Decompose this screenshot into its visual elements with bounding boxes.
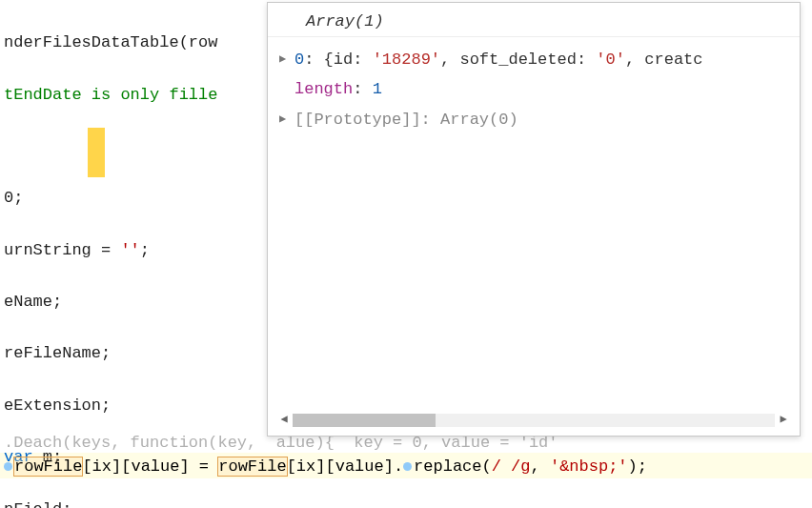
- tooltip-row[interactable]: ▶ [[Prototype]]: Array(0): [279, 105, 792, 134]
- tooltip-row[interactable]: ▶ 0: {id: '18289', soft_deleted: '0', cr…: [279, 45, 792, 74]
- tooltip-row: length: 1: [279, 74, 792, 104]
- tooltip-body: ▶ 0: {id: '18289', soft_deleted: '0', cr…: [268, 37, 800, 142]
- scroll-right-icon[interactable]: ▶: [775, 412, 792, 429]
- expand-arrow-icon[interactable]: ▶: [279, 111, 294, 129]
- debug-value-tooltip: Array(1) ▶ 0: {id: '18289', soft_deleted…: [267, 2, 801, 437]
- current-debug-line: rowFile[ix][value] = rowFile[ix][value].…: [4, 454, 647, 479]
- debug-marker-icon: [403, 462, 412, 471]
- debug-marker-icon: [4, 462, 12, 471]
- scroll-track[interactable]: [293, 414, 775, 427]
- scroll-left-icon[interactable]: ◀: [275, 412, 293, 429]
- text-highlight: [88, 128, 105, 177]
- tooltip-header: Array(1): [268, 3, 800, 37]
- horizontal-scrollbar[interactable]: ◀ ▶: [275, 411, 792, 430]
- expand-arrow-icon[interactable]: ▶: [279, 51, 294, 69]
- code-line: nField;: [4, 497, 812, 508]
- scroll-thumb[interactable]: [293, 414, 436, 427]
